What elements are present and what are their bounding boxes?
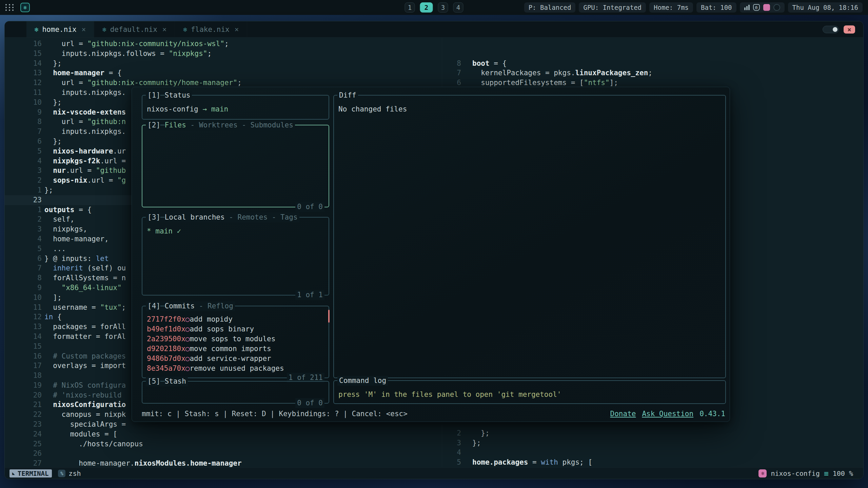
- commit-message: add mopidy: [190, 314, 232, 324]
- code-text: nixpkgs,: [44, 224, 87, 234]
- code-text: formatter = forAl: [44, 332, 126, 342]
- commit-row[interactable]: 2a23950 0x ○ move sops to modules: [147, 334, 324, 344]
- lazygit-version: 0.43.1: [699, 409, 725, 419]
- commit-graph-dot-icon: ○: [185, 344, 190, 354]
- line-number: 7: [442, 68, 461, 78]
- tab-flake.nix[interactable]: ❄flake.nix×: [175, 21, 247, 37]
- tabs-container: ❄home.nix×❄default.nix×❄flake.nix×: [26, 21, 247, 37]
- shell-chip[interactable]: % zsh: [58, 469, 81, 477]
- donate-link[interactable]: Donate: [610, 409, 636, 419]
- stash-count: 0 of 0: [295, 398, 324, 408]
- repo-name[interactable]: nixos-config: [771, 469, 820, 477]
- line-number: 24: [5, 429, 42, 439]
- commit-author: 0x: [177, 344, 185, 354]
- code-text: self,: [44, 215, 75, 224]
- code-text: ./hosts/canopus: [44, 439, 143, 449]
- line-number: 13: [5, 68, 42, 78]
- line-number: 5: [442, 458, 461, 467]
- toggle-knob: [833, 27, 837, 32]
- tray-icon-dark[interactable]: [773, 4, 780, 11]
- commits-scrollbar[interactable]: [328, 310, 330, 323]
- nix-file-icon: ❄: [35, 26, 38, 33]
- code-text: specialArgs =: [44, 420, 126, 429]
- lazygit-status-panel[interactable]: [1]─Status nixos-config → main: [142, 95, 329, 120]
- workspace-button-3[interactable]: 3: [438, 2, 448, 13]
- tab-label: flake.nix: [191, 25, 230, 34]
- line-number: 15: [5, 342, 42, 351]
- line-number: 26: [5, 449, 42, 459]
- line-number: 15: [5, 49, 42, 59]
- workspace-button-1[interactable]: 1: [405, 2, 415, 13]
- shell-icon: %: [58, 470, 65, 477]
- line-number: 16: [5, 351, 42, 361]
- code-line: 24 modules = [: [5, 429, 442, 439]
- line-number: 9: [5, 283, 42, 293]
- line-number: 6: [5, 137, 42, 146]
- nix-file-icon: ❄: [183, 26, 187, 33]
- clock[interactable]: Thu Aug 08, 18:16: [788, 2, 863, 13]
- commit-row[interactable]: 2717f2f 0x ○ add mopidy: [147, 314, 324, 324]
- commit-graph-dot-icon: ○: [185, 354, 190, 364]
- workspace-button-2[interactable]: 2: [420, 2, 433, 13]
- tab-close-icon[interactable]: ×: [235, 25, 239, 34]
- code-text: };: [44, 137, 62, 146]
- toggle-switch[interactable]: [823, 26, 839, 33]
- window-close-button[interactable]: ×: [844, 25, 855, 34]
- ask-question-link[interactable]: Ask Question: [642, 409, 693, 419]
- keybar-hints: mmit: c | Stash: s | Reset: D | Keybindi…: [142, 409, 408, 419]
- code-text: # Custom packages: [44, 351, 126, 361]
- lazygit-commits-panel[interactable]: [4]─Commits - Reflog 2717f2f 0x ○ add mo…: [142, 306, 329, 378]
- line-number: 10: [5, 98, 42, 107]
- keybar-links: Donate Ask Question 0.43.1: [610, 409, 725, 419]
- commit-row[interactable]: 8e345a7 0x ○ remove unused packages: [147, 364, 324, 373]
- commit-list: 2717f2f 0x ○ add mopidyb49ef1d 0x ○ add …: [142, 306, 329, 375]
- line-number: 20: [5, 390, 42, 400]
- lazygit-branches-panel[interactable]: [3]─Local branches - Remotes - Tags * ma…: [142, 217, 329, 296]
- tab-close-icon[interactable]: ×: [162, 25, 167, 34]
- line-number: 2: [442, 428, 461, 438]
- list-lines-icon[interactable]: ≡: [824, 469, 829, 478]
- stash-panel-title: [5]─Stash: [146, 377, 188, 386]
- lazygit-command-log-panel[interactable]: Command log press 'M' in the files panel…: [333, 380, 726, 404]
- code-text: };: [472, 428, 490, 438]
- commit-row[interactable]: b49ef1d 0x ○ add sops binary: [147, 324, 324, 334]
- line-number: 3: [5, 166, 42, 176]
- code-line: 16 url = "github:nix-community/nixos-wsl…: [5, 39, 442, 49]
- commit-row[interactable]: d920218 0x ○ move common imports: [147, 344, 324, 354]
- tab-home.nix[interactable]: ❄home.nix×: [26, 21, 94, 37]
- commit-row[interactable]: 9486b7d 0x ○ add service-wrapper: [147, 354, 324, 364]
- tab-close-icon[interactable]: ×: [82, 25, 86, 34]
- repo-badge-icon[interactable]: ❄: [758, 469, 767, 477]
- code-text: packages = forAll: [44, 322, 126, 332]
- tray-icon-magenta[interactable]: [763, 4, 770, 11]
- code-line: 8boot = {: [442, 59, 863, 68]
- line-number: 11: [5, 303, 42, 312]
- lazygit-diff-panel[interactable]: Diff No changed files: [333, 95, 726, 378]
- terminal-corner-icon: ◣: [12, 471, 15, 476]
- code-text: overlays = import: [44, 361, 126, 371]
- nixos-logo-badge[interactable]: ❄: [20, 3, 30, 12]
- code-text: url = "github:nix-community/nixos-wsl";: [44, 39, 229, 49]
- terminal-mode-label: TERMINAL: [18, 470, 49, 477]
- lazygit-files-panel[interactable]: [2]─Files - Worktrees - Submodules 0 of …: [142, 125, 329, 207]
- code-line: 12 url = "github:nix-community/home-mana…: [5, 78, 442, 88]
- line-number: 2: [5, 215, 42, 224]
- network-signal-icon[interactable]: [744, 5, 750, 10]
- code-text: ...: [44, 244, 66, 254]
- workspace-button-4[interactable]: 4: [453, 2, 463, 13]
- code-line: 26: [5, 449, 442, 459]
- code-text: supportedFilesystems = ["ntfs"];: [472, 78, 618, 88]
- code-line: 2 };: [442, 428, 863, 438]
- line-number: 4: [442, 448, 461, 458]
- line-number: 12: [5, 312, 42, 322]
- shield-zero-badge[interactable]: 0: [753, 4, 760, 11]
- apps-grid-icon[interactable]: [5, 4, 14, 11]
- commit-message: remove unused packages: [190, 364, 284, 373]
- code-text: home-manager,: [44, 234, 109, 244]
- tab-default.nix[interactable]: ❄default.nix×: [94, 21, 175, 37]
- line-number: 22: [5, 410, 42, 420]
- commit-hash: 8e345a7: [147, 364, 177, 373]
- command-log-title: Command log: [337, 376, 388, 386]
- lazygit-stash-panel[interactable]: [5]─Stash 0 of 0: [142, 381, 329, 404]
- line-number: 18: [5, 371, 42, 381]
